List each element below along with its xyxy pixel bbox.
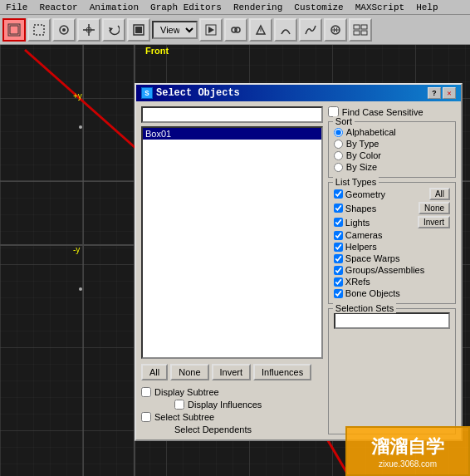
toolbar: View <box>0 15 470 45</box>
list-item[interactable]: Box01 <box>143 128 321 140</box>
helpers-checkbox[interactable] <box>334 243 343 252</box>
bottom-buttons: All None Invert Influences <box>141 364 323 380</box>
menu-rendering[interactable]: Rendering <box>231 2 285 12</box>
xrefs-row: XRefs <box>334 277 450 287</box>
groups-checkbox[interactable] <box>334 266 343 275</box>
menu-help[interactable]: Help <box>414 2 440 12</box>
search-input[interactable] <box>141 106 323 123</box>
influences-button[interactable]: Influences <box>253 364 311 380</box>
select-dependents-label: Select Dependents <box>174 424 252 434</box>
svg-point-25 <box>235 27 240 32</box>
left-panel: Box01 All None Invert Influences Display… <box>141 106 323 434</box>
view-dropdown[interactable]: View <box>152 21 198 39</box>
svg-point-6 <box>79 125 82 129</box>
display-subtree-checkbox[interactable] <box>141 387 151 397</box>
invert-types-button[interactable]: Invert <box>418 216 450 228</box>
bottom-checkboxes: Display Subtree Display Influences Selec… <box>141 387 323 434</box>
list-types-label: List Types <box>333 177 379 187</box>
display-influences-label: Display Influences <box>188 400 262 410</box>
menu-customize[interactable]: Customize <box>291 2 345 12</box>
menu-animation[interactable]: Animation <box>87 2 141 12</box>
sort-color-label: By Color <box>346 150 381 160</box>
svg-rect-31 <box>354 25 360 29</box>
display-influences-checkbox[interactable] <box>174 400 184 410</box>
lights-checkbox[interactable] <box>334 218 343 227</box>
select-button[interactable] <box>2 18 26 42</box>
cameras-row: Cameras <box>334 230 450 240</box>
toolbar-btn-3[interactable] <box>52 18 76 42</box>
sort-alpha-label: Alphabetical <box>346 127 396 137</box>
none-types-button[interactable]: None <box>419 202 450 214</box>
object-list[interactable]: Box01 <box>141 126 323 359</box>
menu-maxscript[interactable]: MAXScript <box>353 2 407 12</box>
viewport-label-front: Front <box>145 46 169 56</box>
toolbar-btn-13[interactable] <box>349 18 372 42</box>
space-warps-checkbox[interactable] <box>334 254 343 263</box>
svg-rect-21 <box>135 27 142 33</box>
select-subtree-checkbox[interactable] <box>141 412 151 422</box>
display-subtree-row: Display Subtree <box>141 387 323 397</box>
all-button[interactable]: All <box>141 364 168 380</box>
y-axis-label-neg: -y <box>73 245 80 254</box>
toolbar-btn-8[interactable] <box>224 18 247 42</box>
shapes-row: Shapes None <box>334 202 450 214</box>
list-types-group: List Types Geometry All Shapes None <box>328 182 456 304</box>
sort-color-radio[interactable] <box>334 151 343 160</box>
y-axis-label: +y <box>73 91 82 101</box>
menu-reactor[interactable]: Reactor <box>37 2 80 12</box>
watermark-url: zixue.3068.com <box>379 459 437 469</box>
menubar: File Reactor Animation Graph Editors Ren… <box>0 0 470 15</box>
space-warps-label: Space Warps <box>345 253 400 263</box>
cameras-checkbox[interactable] <box>334 231 343 240</box>
shapes-checkbox[interactable] <box>334 204 343 213</box>
sel-sets-input[interactable] <box>334 312 450 329</box>
selection-sets-group: Selection Sets <box>328 308 456 434</box>
svg-point-15 <box>62 28 66 32</box>
xrefs-checkbox[interactable] <box>334 277 343 287</box>
sort-size-radio[interactable] <box>334 163 343 172</box>
lights-row: Lights Invert <box>334 216 450 228</box>
toolbar-btn-12[interactable] <box>324 18 347 42</box>
bone-objects-checkbox[interactable] <box>334 289 343 298</box>
select-subtree-row: Select Subtree <box>141 412 323 422</box>
sort-size-row: By Size <box>334 162 450 172</box>
toolbar-btn-2[interactable] <box>27 18 51 42</box>
dialog-icon: S <box>141 87 153 99</box>
watermark-logo: 溜溜自学 <box>371 434 444 459</box>
svg-rect-33 <box>354 31 360 35</box>
none-button[interactable]: None <box>170 364 208 380</box>
lights-label: Lights <box>345 218 370 228</box>
dialog-title: Select Objects <box>156 87 240 99</box>
menu-graph-editors[interactable]: Graph Editors <box>148 2 224 12</box>
xrefs-label: XRefs <box>345 277 370 287</box>
svg-point-7 <box>79 287 82 291</box>
sort-type-label: By Type <box>346 139 379 149</box>
svg-rect-32 <box>361 25 367 29</box>
sort-group-label: Sort <box>333 116 355 126</box>
toolbar-btn-7[interactable] <box>199 18 223 42</box>
all-types-button[interactable]: All <box>429 188 450 200</box>
bone-objects-label: Bone Objects <box>345 288 400 298</box>
toolbar-btn-10[interactable] <box>274 18 297 42</box>
geometry-checkbox[interactable] <box>334 189 343 199</box>
toolbar-btn-6[interactable] <box>127 18 150 42</box>
toolbar-btn-11[interactable] <box>299 18 322 42</box>
invert-button[interactable]: Invert <box>212 364 252 380</box>
display-influences-row: Display Influences <box>141 400 323 410</box>
dialog-titlebar: S Select Objects ? ✕ <box>136 85 461 101</box>
help-button[interactable]: ? <box>428 87 441 99</box>
bone-objects-row: Bone Objects <box>334 288 450 298</box>
space-warps-row: Space Warps <box>334 253 450 263</box>
display-subtree-label: Display Subtree <box>154 387 219 397</box>
sort-type-radio[interactable] <box>334 140 343 149</box>
geometry-row: Geometry All <box>334 188 450 200</box>
sort-alpha-radio[interactable] <box>334 128 343 137</box>
toolbar-btn-5[interactable] <box>102 18 125 42</box>
sort-group: Sort Alphabetical By Type By Color By Si… <box>328 121 456 178</box>
toolbar-btn-4[interactable] <box>77 18 100 42</box>
toolbar-btn-9[interactable] <box>249 18 272 42</box>
groups-label: Groups/Assemblies <box>345 265 424 275</box>
select-subtree-label: Select Subtree <box>154 412 214 422</box>
close-button[interactable]: ✕ <box>443 87 456 99</box>
menu-file[interactable]: File <box>3 2 30 12</box>
